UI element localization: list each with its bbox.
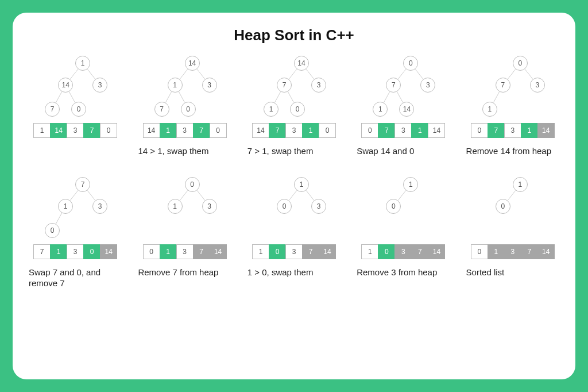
svg-line-14	[384, 91, 390, 102]
array-cell: 7	[193, 244, 210, 259]
svg-line-15	[397, 91, 404, 102]
svg-line-21	[56, 213, 62, 224]
svg-line-24	[289, 190, 297, 201]
array-row: 073114	[471, 123, 555, 138]
array-cell: 1	[361, 244, 378, 259]
array-row: 141370	[143, 123, 227, 138]
array-cell: 14	[50, 123, 67, 138]
step-1: 14137014137014 > 1, swap them	[133, 49, 235, 159]
tree-node: 1	[58, 199, 73, 214]
array-cell: 3	[67, 244, 84, 259]
array-cell: 14	[428, 244, 445, 259]
array-cell: 1	[411, 123, 428, 138]
step-caption: Swap 7 and 0, and remove 7	[24, 267, 122, 289]
array-row: 103714	[361, 244, 445, 259]
svg-line-16	[508, 69, 516, 79]
array-cell: 7	[33, 244, 51, 259]
array-cell: 7	[521, 244, 538, 259]
heap-tree: 073114	[354, 49, 452, 121]
array-cell: 7	[83, 123, 100, 138]
svg-line-8	[289, 69, 297, 79]
heap-tree: 0731	[464, 49, 562, 121]
tree-node: 1	[75, 56, 90, 71]
tree-node: 1	[482, 102, 497, 117]
svg-line-20	[87, 190, 95, 201]
tree-node: 1	[168, 199, 183, 214]
step-6: 013013714Remove 7 from heap	[133, 170, 235, 289]
steps-grid: 11437011437014137014137014 > 1, swap the…	[24, 49, 564, 289]
array-row: 713014	[33, 244, 117, 259]
svg-line-22	[180, 190, 188, 201]
svg-line-2	[56, 91, 62, 102]
step-caption: Sorted list	[462, 267, 505, 280]
svg-line-12	[398, 69, 406, 79]
array-cell: 1	[160, 244, 177, 259]
tree-node: 3	[530, 78, 545, 93]
heap-tree: 114370	[26, 49, 124, 121]
array-cell: 0	[210, 123, 227, 138]
array-cell: 14	[210, 244, 227, 259]
array-cell: 1	[521, 123, 538, 138]
tree-node: 7	[496, 78, 510, 93]
array-cell: 0	[471, 244, 488, 259]
svg-line-7	[179, 91, 185, 102]
tree-node: 3	[202, 78, 217, 93]
array-cell: 3	[504, 244, 521, 259]
array-row: 103714	[252, 244, 336, 259]
svg-line-6	[165, 91, 172, 102]
tree-node: 0	[277, 199, 292, 214]
step-caption: Remove 14 from heap	[462, 146, 551, 159]
array-row: 114370	[33, 123, 117, 138]
svg-line-3	[69, 91, 75, 102]
tree-node: 3	[311, 78, 326, 93]
array-cell: 1	[302, 123, 319, 138]
tree-node: 7	[45, 102, 60, 117]
step-caption: 7 > 1, swap them	[243, 146, 314, 159]
step-caption: 14 > 1, swap them	[133, 146, 208, 159]
tree-node: 0	[71, 102, 86, 117]
tree-node: 1	[294, 177, 309, 192]
svg-line-11	[288, 91, 294, 102]
step-caption: Remove 7 from heap	[133, 267, 218, 280]
svg-line-10	[274, 91, 281, 102]
heap-tree: 10	[354, 170, 452, 242]
array-cell: 14	[537, 244, 555, 259]
tree-node: 3	[92, 78, 107, 93]
tree-node: 7	[277, 78, 292, 93]
array-cell: 0	[269, 244, 286, 259]
svg-line-13	[415, 69, 423, 79]
step-caption	[24, 146, 29, 159]
svg-line-26	[398, 190, 406, 201]
tree-node: 3	[92, 199, 107, 214]
array-row: 013714	[471, 244, 555, 259]
tree-node: 1	[264, 102, 278, 117]
step-8: 10103714Remove 3 from heap	[352, 170, 454, 289]
tree-node: 0	[181, 102, 196, 117]
tree-node: 7	[75, 177, 90, 192]
heap-tree: 103	[245, 170, 343, 242]
step-3: 073114073114Swap 14 and 0	[352, 49, 454, 159]
array-cell: 14	[537, 123, 555, 138]
array-cell: 7	[488, 123, 505, 138]
tree-node: 14	[185, 56, 200, 71]
svg-line-19	[70, 190, 78, 201]
array-cell: 1	[33, 123, 51, 138]
array-cell: 3	[394, 244, 412, 259]
array-cell: 1	[50, 244, 67, 259]
tree-node: 1	[513, 177, 528, 192]
array-cell: 7	[193, 123, 210, 138]
array-cell: 7	[302, 244, 319, 259]
array-cell: 14	[143, 123, 160, 138]
step-5: 7130713014Swap 7 and 0, and remove 7	[24, 170, 126, 289]
heap-tree: 10	[464, 170, 562, 242]
tree-node: 14	[294, 56, 309, 71]
diagram-card: Heap Sort in C++ 11437011437014137014137…	[13, 13, 575, 379]
array-cell: 3	[285, 123, 303, 138]
svg-line-17	[525, 69, 533, 79]
array-cell: 1	[252, 244, 269, 259]
heap-tree: 013	[136, 170, 234, 242]
array-cell: 3	[176, 244, 194, 259]
array-cell: 3	[504, 123, 521, 138]
heap-tree: 141370	[136, 49, 234, 121]
step-9: 10013714Sorted list	[462, 170, 564, 289]
